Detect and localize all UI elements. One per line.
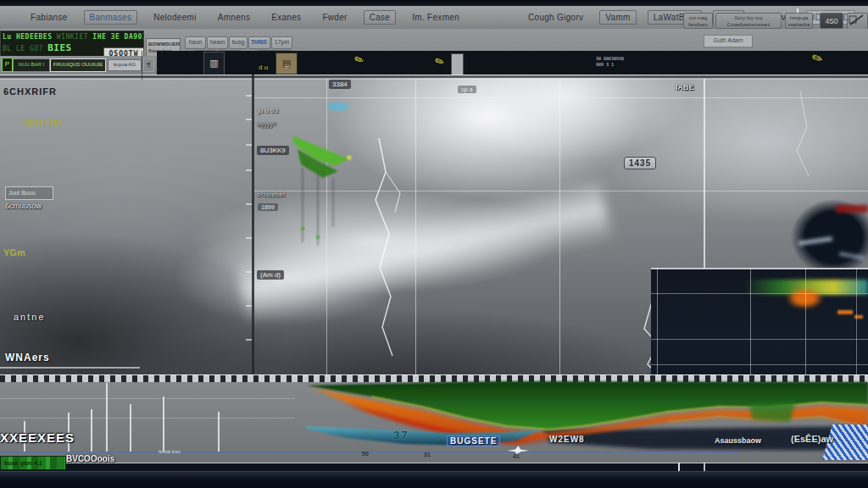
altitude-axis-label: ju u 93: [258, 107, 278, 114]
lcd-text: BL LE GO?: [3, 45, 43, 53]
viewport-frame-line: [0, 79, 868, 80]
grid-coordinate-chip: op a: [458, 86, 476, 93]
depth-value: 37: [393, 429, 409, 441]
inset-orange-cell: [785, 288, 829, 313]
inset-gridline: [805, 268, 806, 378]
label-underline: [0, 367, 140, 369]
axis-tick: [246, 339, 252, 341]
lcd-text: Lu HEDEEBES: [3, 33, 52, 41]
range-450-button[interactable]: 450: [820, 13, 843, 29]
button-label: fancbam: [684, 21, 712, 28]
draw-tool-button[interactable]: [847, 13, 868, 30]
xsec-tick-label: 50: [362, 451, 369, 457]
tab-marker[interactable]: [451, 53, 464, 75]
histogram-spike: [130, 404, 131, 452]
histogram-spike: [163, 396, 164, 452]
xsec-note: hmck lmn: [159, 449, 181, 454]
iconstrip-left: P NUU BAR I FRUUIQUD OUUIUIE kuyua AG ¶: [0, 56, 157, 75]
inset-gridline: [651, 293, 868, 294]
xsec-gridline: [0, 398, 295, 399]
toolbar-button-2[interactable]: heam: [207, 36, 228, 49]
map-region-label: 6CHXRIFR: [3, 86, 57, 97]
grid-coordinate-chip: IABE: [676, 83, 694, 92]
viewport-frame-line: [0, 75, 868, 78]
axis-tick: [246, 95, 252, 97]
panel-bottom-edge: [0, 463, 868, 463]
query-flag-button[interactable]: Gury fuy coy Cmasfyasremssanl: [715, 13, 782, 29]
menu-item-animate[interactable]: Amnens: [213, 11, 256, 24]
cut-mag-button[interactable]: cut mag fancbam: [683, 13, 713, 29]
menu-item-explore[interactable]: Exanes: [266, 11, 306, 24]
axis-tick: [246, 237, 252, 239]
bracket-mark: ⌐: [286, 62, 290, 70]
xsec-tick-label: 41: [513, 453, 520, 459]
menu-item-filter[interactable]: Fwder: [317, 11, 352, 24]
menu-item-file[interactable]: Fabianse: [25, 11, 73, 24]
units-chip[interactable]: kuyua AG: [108, 59, 142, 71]
menu-item-imagery[interactable]: Im. Fexmen: [407, 11, 465, 24]
red-echo-streak: [836, 205, 868, 213]
toolbar-button-4[interactable]: 5MBE: [248, 36, 270, 49]
altitude-axis-label: (Am d): [257, 270, 284, 280]
axis-tick: [246, 169, 252, 171]
map-caption: 6cmuusow: [5, 202, 42, 210]
gridline: [326, 79, 327, 377]
xsec-station-label: W2EW8: [549, 435, 585, 444]
map-info-box[interactable]: Juut Buuu: [5, 186, 53, 200]
lcd-text: IHE 3E DA9018: [92, 33, 144, 41]
window-top-bezel: [0, 0, 868, 6]
inset-gridline: [651, 339, 868, 340]
menu-item-case[interactable]: Case: [364, 10, 397, 25]
xsec-tick-label: 31: [424, 452, 431, 458]
altitude-axis-label: 1899: [258, 203, 278, 211]
altitude-axis-label: wyyyy?: [257, 121, 276, 127]
xsec-selected-chip[interactable]: BUGSETE: [447, 435, 500, 446]
button-label: 450: [821, 14, 843, 28]
altitude-axis-label: 8U3KK9: [257, 146, 289, 155]
bottom-status-bar: [0, 471, 868, 488]
inset-border: [651, 268, 868, 269]
lcd-text: BIES: [47, 42, 72, 53]
button-label: Gury fuy coy: [716, 14, 781, 21]
paragraph-button[interactable]: ¶: [143, 58, 154, 72]
bar-indicator: NUU BAR I: [13, 58, 50, 72]
waypoint-label: YGm: [3, 247, 25, 258]
toggle-button[interactable]: rwrguga saabacba: [785, 13, 813, 29]
chip-line: BOWWSUER: [148, 41, 178, 47]
frequency-readout: FRUUIQUD OUUIUIE: [50, 58, 106, 72]
profile-dropdown[interactable]: Guth Adam: [704, 35, 753, 47]
frame-counter: 38 88638938 989 3 1: [596, 56, 652, 71]
axis-tick: [246, 305, 252, 307]
inset-gridline: [856, 268, 857, 378]
menu-item-view[interactable]: Nelodeemi: [148, 11, 202, 24]
gridline: [254, 97, 868, 98]
axis-tick: [246, 119, 252, 120]
sea-level-line: [0, 452, 739, 452]
inset-gridline: [657, 268, 658, 378]
toolbar-button-5[interactable]: 17pm: [271, 36, 292, 49]
counter-line: 38 88638938: [596, 56, 652, 62]
button-label: cut mag: [684, 14, 712, 21]
menu-item-edit[interactable]: Banmases: [84, 10, 138, 25]
xsec-title: XXEEXEES: [0, 430, 75, 445]
grid-coordinate-chip: 3384: [329, 80, 351, 89]
pencil-slash-icon: [848, 14, 865, 27]
button-label: rwrguga: [786, 14, 812, 21]
button-label: saabacba: [786, 21, 812, 28]
axis-tick: [246, 271, 252, 273]
toolbar-button-3[interactable]: busg: [229, 36, 248, 49]
status-progress-bar: buua gam 4.1: [0, 456, 66, 470]
elevation-badge: 1435: [624, 157, 656, 169]
xsec-station-label: Asaussbaow: [715, 436, 761, 445]
p-tool-button[interactable]: P: [2, 58, 13, 72]
menu-item-config[interactable]: Cough Gigorv: [523, 11, 588, 24]
xsec-subtitle: BVCOOoois: [66, 454, 114, 463]
panel-separator: [142, 51, 142, 80]
altitude-axis-label: s<noebel: [257, 191, 285, 198]
menu-item-vamm[interactable]: Vamm: [599, 10, 636, 25]
lcd-text: WINKIET: [57, 33, 88, 41]
layers-icon[interactable]: ▥: [203, 52, 225, 75]
map-caption: antne: [14, 312, 46, 322]
inset-gridline: [750, 268, 751, 378]
toolbar-button-1[interactable]: haon: [185, 36, 206, 49]
